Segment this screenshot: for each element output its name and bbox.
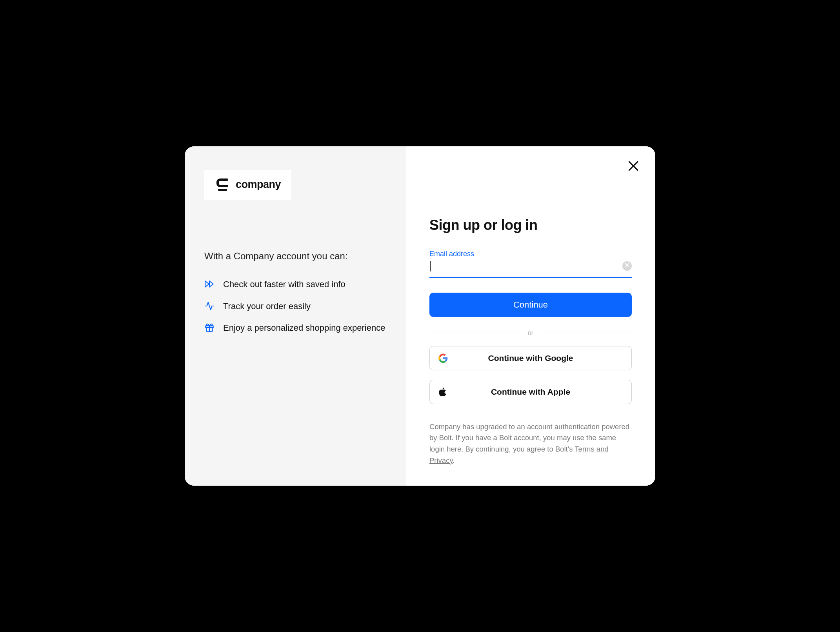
list-item: Track your order easily (204, 300, 386, 313)
benefit-text: Enjoy a personalized shopping experience (223, 322, 385, 334)
clear-input-button[interactable] (622, 261, 632, 271)
email-input[interactable] (429, 260, 632, 277)
apple-icon (438, 387, 448, 397)
legal-text: Company has upgraded to an account authe… (429, 421, 632, 466)
divider-line (429, 333, 522, 333)
email-input-wrap (429, 260, 632, 278)
apple-button-label: Continue with Apple (438, 387, 623, 397)
list-item: Enjoy a personalized shopping experience (204, 322, 386, 334)
auth-panel: Sign up or log in Email address Continue… (406, 146, 655, 486)
benefits-intro: With a Company account you can: (204, 251, 386, 262)
continue-button-label: Continue (513, 300, 548, 310)
divider: or (429, 330, 632, 337)
activity-icon (204, 301, 215, 311)
svg-marker-2 (209, 281, 213, 287)
brand-logo-text: company (236, 178, 281, 191)
text-caret (430, 261, 431, 271)
brand-logo: company (204, 170, 291, 200)
google-icon (438, 353, 448, 363)
benefits-panel: company With a Company account you can: … (185, 146, 406, 486)
svg-rect-0 (218, 189, 227, 191)
email-label: Email address (429, 250, 632, 258)
close-icon (627, 160, 640, 173)
gift-icon (204, 322, 215, 333)
list-item: Check out faster with saved info (204, 278, 386, 291)
divider-text: or (528, 330, 533, 337)
google-button-label: Continue with Google (438, 353, 623, 363)
continue-button[interactable]: Continue (429, 293, 632, 317)
continue-with-google-button[interactable]: Continue with Google (429, 346, 632, 370)
auth-title: Sign up or log in (429, 217, 632, 233)
benefit-text: Check out faster with saved info (223, 278, 345, 291)
auth-modal: company With a Company account you can: … (185, 146, 655, 486)
close-button[interactable] (625, 159, 641, 175)
legal-suffix: . (453, 456, 455, 464)
fast-forward-icon (204, 279, 215, 289)
divider-line (540, 333, 632, 333)
svg-marker-1 (205, 281, 209, 287)
brand-logo-mark-icon (215, 177, 230, 193)
benefit-text: Track your order easily (223, 300, 311, 313)
x-circle-icon (625, 263, 629, 269)
continue-with-apple-button[interactable]: Continue with Apple (429, 380, 632, 404)
benefits-list: Check out faster with saved info Track y… (204, 278, 386, 335)
